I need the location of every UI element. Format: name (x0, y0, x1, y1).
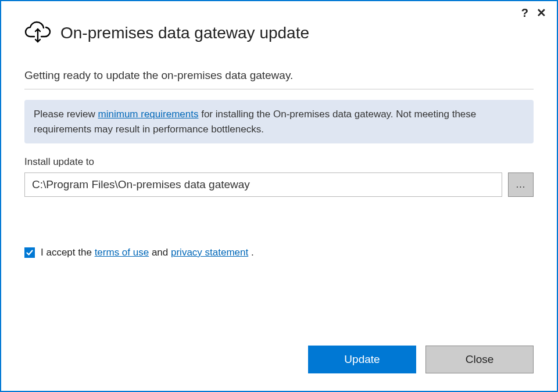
install-path-input[interactable] (24, 172, 502, 197)
divider (24, 89, 534, 89)
accept-text-pre: I accept the (41, 247, 95, 258)
info-text-pre: Please review (34, 109, 98, 120)
accept-checkbox[interactable] (24, 247, 35, 258)
install-path-label: Install update to (24, 156, 534, 168)
requirements-info-box: Please review minimum requirements for i… (24, 100, 534, 143)
accept-text-mid: and (149, 247, 171, 258)
dialog-footer: Update Close (308, 346, 534, 373)
titlebar-controls: ? ✕ (521, 7, 546, 19)
install-path-row: ... (24, 172, 534, 197)
dialog-window: ? ✕ On-premises data gateway update Gett… (0, 0, 558, 392)
accept-terms-row: I accept the terms of use and privacy st… (24, 247, 534, 258)
close-button[interactable]: Close (425, 346, 534, 373)
subtitle-text: Getting ready to update the on-premises … (24, 69, 534, 82)
minimum-requirements-link[interactable]: minimum requirements (98, 109, 199, 120)
cloud-sync-icon (24, 19, 51, 47)
dialog-content: Getting ready to update the on-premises … (1, 53, 557, 258)
dialog-title: On-premises data gateway update (60, 24, 309, 42)
accept-label: I accept the terms of use and privacy st… (41, 247, 254, 258)
privacy-statement-link[interactable]: privacy statement (171, 247, 248, 258)
accept-text-post: . (248, 247, 253, 258)
dialog-header: On-premises data gateway update (1, 1, 557, 53)
browse-button[interactable]: ... (508, 172, 534, 197)
terms-of-use-link[interactable]: terms of use (95, 247, 149, 258)
update-button[interactable]: Update (308, 346, 416, 373)
help-icon[interactable]: ? (521, 7, 528, 19)
close-icon[interactable]: ✕ (536, 7, 546, 19)
